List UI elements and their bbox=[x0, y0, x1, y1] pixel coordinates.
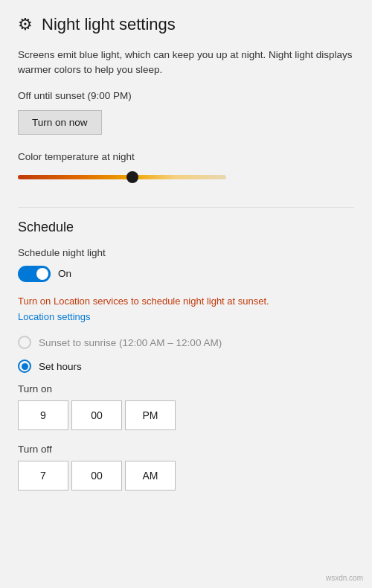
sunset-radio-label: Sunset to sunrise (12:00 AM – 12:00 AM) bbox=[39, 337, 222, 348]
turn-on-minute[interactable]: 00 bbox=[71, 400, 122, 430]
turn-on-period[interactable]: PM bbox=[125, 400, 176, 430]
schedule-night-light-label: Schedule night light bbox=[18, 247, 354, 258]
sunset-radio-button[interactable] bbox=[18, 336, 31, 349]
turn-off-label: Turn off bbox=[18, 444, 354, 455]
color-temperature-slider-container bbox=[18, 170, 226, 185]
schedule-heading: Schedule bbox=[18, 207, 354, 235]
toggle-row: On bbox=[18, 266, 354, 282]
watermark: wsxdn.com bbox=[326, 574, 363, 582]
set-hours-radio-row[interactable]: Set hours bbox=[18, 359, 354, 373]
header: ⚙ Night light settings bbox=[18, 15, 354, 34]
turn-off-period[interactable]: AM bbox=[125, 461, 176, 490]
page-title: Night light settings bbox=[42, 15, 176, 34]
set-hours-radio-label: Set hours bbox=[39, 361, 82, 372]
toggle-thumb bbox=[36, 268, 48, 280]
turn-on-inputs: 9 00 PM bbox=[18, 400, 354, 430]
location-settings-link[interactable]: Location settings bbox=[18, 311, 354, 322]
turn-off-hour[interactable]: 7 bbox=[18, 461, 68, 490]
location-warning: Turn on Location services to schedule ni… bbox=[18, 294, 354, 309]
turn-off-minute[interactable]: 00 bbox=[71, 461, 122, 490]
sunset-radio-row[interactable]: Sunset to sunrise (12:00 AM – 12:00 AM) bbox=[18, 336, 354, 349]
turn-off-inputs: 7 00 AM bbox=[18, 461, 354, 490]
status-text: Off until sunset (9:00 PM) bbox=[18, 90, 354, 101]
description-text: Screens emit blue light, which can keep … bbox=[18, 48, 354, 78]
turn-on-label: Turn on bbox=[18, 383, 354, 394]
turn-on-now-button[interactable]: Turn on now bbox=[18, 110, 102, 135]
turn-on-hour[interactable]: 9 bbox=[18, 400, 68, 430]
gear-icon: ⚙ bbox=[18, 15, 33, 34]
set-hours-radio-button[interactable] bbox=[18, 359, 31, 373]
toggle-label: On bbox=[58, 268, 71, 279]
schedule-toggle[interactable] bbox=[18, 266, 51, 282]
settings-page: ⚙ Night light settings Screens emit blue… bbox=[0, 0, 372, 588]
color-temperature-label: Color temperature at night bbox=[18, 151, 354, 162]
